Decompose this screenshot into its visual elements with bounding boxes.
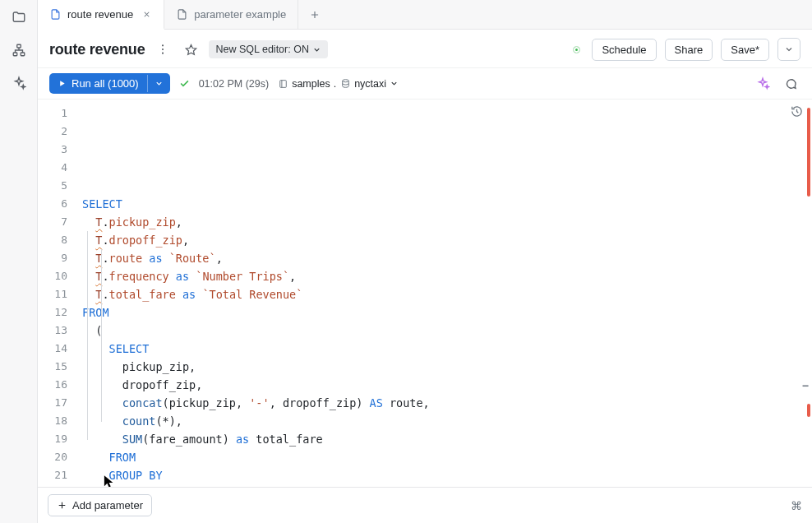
scroll-marker-icon bbox=[807, 108, 810, 197]
left-rail bbox=[0, 0, 38, 523]
code-line: T.dropoff_zip, bbox=[82, 231, 812, 249]
svg-point-3 bbox=[162, 44, 164, 46]
code-line: T.route as `Route`, bbox=[82, 249, 812, 267]
svg-point-7 bbox=[342, 80, 348, 82]
share-button[interactable]: Share bbox=[665, 39, 713, 61]
run-dropdown-button[interactable] bbox=[147, 75, 170, 92]
run-bar: Run all (1000) 01:02 PM (29s) samples . … bbox=[38, 68, 812, 100]
editor-header: route revenue New SQL editor: ON Schedul… bbox=[38, 30, 812, 68]
status-indicator-icon bbox=[573, 46, 580, 53]
svg-point-4 bbox=[162, 49, 164, 50]
folder-icon[interactable] bbox=[10, 8, 28, 26]
code-area[interactable]: SELECT T.pickup_zip, T.dropoff_zip, T.ro… bbox=[74, 100, 812, 487]
add-parameter-button[interactable]: Add parameter bbox=[48, 494, 152, 516]
footer-bar: Add parameter ⌘ bbox=[38, 487, 812, 523]
run-label: Run all (1000) bbox=[72, 77, 139, 90]
file-icon bbox=[176, 8, 188, 21]
code-line: T.total_fare as `Total Revenue` bbox=[82, 285, 812, 303]
svg-rect-1 bbox=[13, 53, 17, 56]
tab-label: parameter example bbox=[194, 8, 286, 21]
catalog-name: samples bbox=[292, 78, 330, 90]
kebab-menu-icon[interactable] bbox=[153, 39, 173, 59]
file-icon bbox=[49, 8, 62, 21]
toggle-label: New SQL editor: ON bbox=[215, 44, 308, 55]
line-gutter: 123456789101112131415161718192021 bbox=[38, 100, 74, 487]
code-line: T.frequency as `Number Trips`, bbox=[82, 267, 812, 285]
tab-label: route revenue bbox=[67, 8, 133, 21]
tabs-bar: route revenue parameter example bbox=[38, 0, 812, 30]
new-tab-button[interactable] bbox=[298, 0, 331, 29]
code-line: count(*), bbox=[82, 412, 812, 430]
database-icon bbox=[339, 78, 351, 90]
catalog-icon bbox=[277, 78, 288, 90]
code-line: 1,2,3 bbox=[82, 484, 812, 487]
code-line: SUM(fare_amount) as total_fare bbox=[82, 430, 812, 448]
sparkle-icon[interactable] bbox=[10, 74, 28, 92]
run-timestamp: 01:02 PM (29s) bbox=[199, 78, 269, 90]
page-title: route revenue bbox=[49, 41, 145, 58]
keyboard-shortcut-icon[interactable]: ⌘ bbox=[791, 499, 802, 512]
assistant-sparkle-icon[interactable] bbox=[753, 74, 773, 94]
svg-point-5 bbox=[162, 53, 164, 54]
save-button[interactable]: Save* bbox=[721, 39, 769, 61]
svg-rect-2 bbox=[21, 53, 25, 56]
check-icon bbox=[178, 77, 191, 90]
code-line: concat(pickup_zip, '-', dropoff_zip) AS … bbox=[82, 394, 812, 412]
schema-icon[interactable] bbox=[10, 41, 28, 59]
code-line: T.pickup_zip, bbox=[82, 213, 812, 231]
minimap-minus-icon: − bbox=[802, 379, 809, 392]
comment-icon[interactable] bbox=[781, 74, 800, 94]
code-line: ( bbox=[82, 322, 812, 340]
schema-name: nyctaxi bbox=[354, 78, 386, 90]
code-line: GROUP BY bbox=[82, 466, 812, 484]
catalog-schema-selector[interactable]: samples . nyctaxi bbox=[277, 78, 399, 90]
code-line: FROM bbox=[82, 448, 812, 466]
save-dropdown-button[interactable] bbox=[777, 38, 800, 61]
svg-rect-6 bbox=[279, 80, 286, 87]
main-area: route revenue parameter example route re… bbox=[38, 0, 812, 523]
schedule-button[interactable]: Schedule bbox=[592, 39, 656, 61]
tab-parameter-example[interactable]: parameter example bbox=[164, 0, 298, 29]
add-parameter-label: Add parameter bbox=[72, 499, 143, 511]
close-icon[interactable] bbox=[141, 8, 152, 20]
scroll-marker-icon bbox=[807, 404, 810, 417]
svg-rect-0 bbox=[16, 44, 21, 48]
code-line: dropoff_zip, bbox=[82, 376, 812, 394]
code-line: SELECT bbox=[82, 195, 812, 213]
code-line: FROM bbox=[82, 303, 812, 322]
tab-route-revenue[interactable]: route revenue bbox=[38, 0, 164, 30]
code-line: SELECT bbox=[82, 340, 812, 358]
code-line: pickup_zip, bbox=[82, 358, 812, 376]
code-editor[interactable]: − 123456789101112131415161718192021 SELE… bbox=[38, 100, 812, 487]
star-icon[interactable] bbox=[181, 39, 201, 59]
run-all-button[interactable]: Run all (1000) bbox=[49, 73, 170, 94]
history-icon[interactable] bbox=[790, 104, 804, 118]
mouse-cursor-icon bbox=[104, 438, 157, 487]
sql-editor-toggle[interactable]: New SQL editor: ON bbox=[209, 40, 327, 58]
